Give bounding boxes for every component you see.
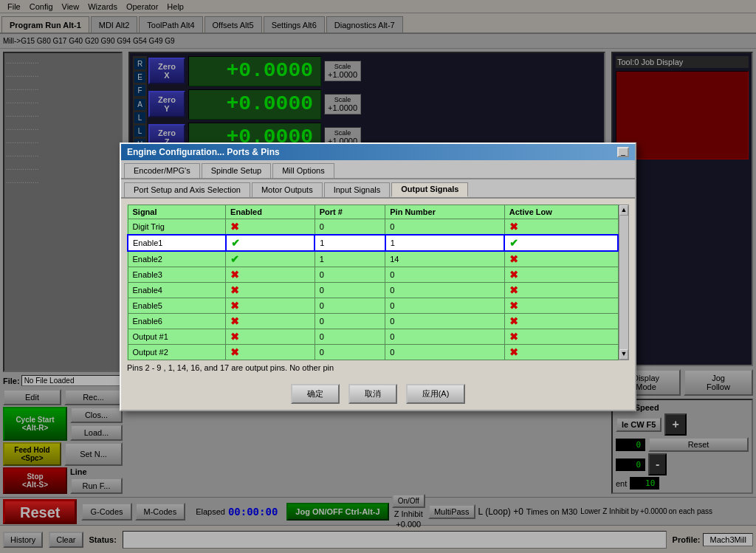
cancel-button[interactable]: 取消 bbox=[348, 384, 397, 404]
enabled-x-icon: ✖ bbox=[230, 221, 239, 233]
ok-button[interactable]: 确定 bbox=[291, 384, 340, 404]
col-port: Port # bbox=[315, 205, 385, 219]
cell-signal: Enable3 bbox=[128, 267, 226, 282]
cell-active-low: ✖ bbox=[504, 313, 618, 329]
col-signal: Signal bbox=[128, 205, 226, 219]
enabled-x-icon: ✖ bbox=[230, 269, 239, 281]
modal-content: Signal Enabled Port # Pin Number Active … bbox=[121, 199, 635, 378]
active-low-x-icon: ✖ bbox=[509, 269, 518, 281]
cell-pin: 0 bbox=[385, 344, 505, 360]
cell-port: 0 bbox=[315, 219, 385, 235]
cell-port: 0 bbox=[315, 298, 385, 313]
table-row[interactable]: Enable4 ✖ 0 0 ✖ bbox=[128, 282, 618, 298]
cell-enabled: ✖ bbox=[226, 298, 315, 313]
cell-port: 0 bbox=[315, 344, 385, 360]
modal-tab-spindle[interactable]: Spindle Setup bbox=[202, 163, 272, 178]
cell-signal: Enable5 bbox=[128, 298, 226, 313]
enabled-x-icon: ✖ bbox=[230, 284, 239, 296]
cell-pin: 0 bbox=[385, 219, 505, 235]
cell-pin: 0 bbox=[385, 313, 505, 329]
cell-pin: 1 bbox=[385, 235, 505, 251]
active-low-x-icon: ✖ bbox=[509, 346, 518, 358]
table-row[interactable]: Enable6 ✖ 0 0 ✖ bbox=[128, 313, 618, 329]
table-header-row: Signal Enabled Port # Pin Number Active … bbox=[128, 205, 618, 219]
enabled-check-icon: ✔ bbox=[230, 253, 239, 265]
table-body: Digit Trig ✖ 0 0 ✖ Enable1 ✔ 1 1 ✔ Enabl… bbox=[128, 219, 618, 360]
cell-signal: Enable4 bbox=[128, 282, 226, 298]
cell-signal: Output #1 bbox=[128, 329, 226, 344]
cell-active-low: ✖ bbox=[504, 267, 618, 282]
enabled-check-icon: ✔ bbox=[231, 237, 240, 249]
cell-enabled: ✖ bbox=[226, 282, 315, 298]
table-row[interactable]: Enable3 ✖ 0 0 ✖ bbox=[128, 267, 618, 282]
cell-pin: 0 bbox=[385, 329, 505, 344]
cell-pin: 14 bbox=[385, 251, 505, 267]
cell-enabled: ✖ bbox=[226, 344, 315, 360]
cell-port: 0 bbox=[315, 282, 385, 298]
cell-enabled: ✖ bbox=[226, 219, 315, 235]
cell-pin: 0 bbox=[385, 282, 505, 298]
scroll-down-button[interactable]: ▼ bbox=[619, 349, 628, 360]
cell-port: 1 bbox=[315, 235, 385, 251]
active-low-x-icon: ✖ bbox=[509, 221, 518, 233]
table-container: Signal Enabled Port # Pin Number Active … bbox=[127, 205, 629, 360]
modal-title: Engine Configuration... Ports & Pins bbox=[127, 147, 280, 157]
active-low-x-icon: ✖ bbox=[509, 315, 518, 327]
cell-enabled: ✖ bbox=[226, 267, 315, 282]
active-low-x-icon: ✖ bbox=[509, 331, 518, 343]
modal-tab-output[interactable]: Output Signals bbox=[391, 182, 468, 197]
table-row[interactable]: Enable5 ✖ 0 0 ✖ bbox=[128, 298, 618, 313]
table-row[interactable]: Enable2 ✔ 1 14 ✖ bbox=[128, 251, 618, 267]
cell-active-low: ✖ bbox=[504, 219, 618, 235]
cell-signal: Output #2 bbox=[128, 344, 226, 360]
modal-close-button[interactable]: _ bbox=[617, 147, 629, 157]
active-low-x-icon: ✖ bbox=[509, 284, 518, 296]
cell-port: 0 bbox=[315, 313, 385, 329]
cell-signal: Enable2 bbox=[128, 251, 226, 267]
cell-enabled: ✖ bbox=[226, 313, 315, 329]
modal-tab-port-setup[interactable]: Port Setup and Axis Selection bbox=[124, 182, 250, 197]
note-text: Pins 2 - 9 , 1, 14, 16, and 17 are outpu… bbox=[127, 363, 629, 372]
enabled-x-icon: ✖ bbox=[230, 300, 239, 312]
enabled-x-icon: ✖ bbox=[230, 346, 239, 358]
col-active-low: Active Low bbox=[504, 205, 618, 219]
cell-active-low: ✖ bbox=[504, 329, 618, 344]
active-low-x-icon: ✖ bbox=[509, 253, 518, 265]
table-scrollbar[interactable]: ▲ ▼ bbox=[619, 205, 629, 360]
table-row[interactable]: Digit Trig ✖ 0 0 ✖ bbox=[128, 219, 618, 235]
apply-button[interactable]: 应用(A) bbox=[406, 384, 466, 404]
signals-table: Signal Enabled Port # Pin Number Active … bbox=[127, 205, 619, 360]
cell-signal: Enable6 bbox=[128, 313, 226, 329]
modal-tabs-row1: Encoder/MPG's Spindle Setup Mill Options bbox=[121, 160, 635, 179]
modal-tab-input[interactable]: Input Signals bbox=[324, 182, 391, 197]
modal-tab-mill[interactable]: Mill Options bbox=[272, 163, 334, 178]
table-row[interactable]: Output #1 ✖ 0 0 ✖ bbox=[128, 329, 618, 344]
modal-overlay: Engine Configuration... Ports & Pins _ E… bbox=[0, 0, 756, 553]
cell-active-low: ✖ bbox=[504, 251, 618, 267]
enabled-x-icon: ✖ bbox=[230, 331, 239, 343]
modal-footer: 确定 取消 应用(A) bbox=[121, 378, 635, 410]
modal-tab-motor[interactable]: Motor Outputs bbox=[252, 182, 323, 197]
modal-tab-encoder[interactable]: Encoder/MPG's bbox=[124, 163, 200, 178]
enabled-x-icon: ✖ bbox=[230, 315, 239, 327]
cell-active-low: ✖ bbox=[504, 298, 618, 313]
active-low-x-icon: ✖ bbox=[509, 300, 518, 312]
cell-signal: Digit Trig bbox=[128, 219, 226, 235]
modal-tabs-row2: Port Setup and Axis Selection Motor Outp… bbox=[121, 179, 635, 199]
cell-port: 0 bbox=[315, 329, 385, 344]
cell-enabled: ✔ bbox=[226, 235, 315, 251]
cell-signal: Enable1 bbox=[128, 235, 226, 251]
modal-titlebar: Engine Configuration... Ports & Pins _ bbox=[121, 144, 635, 160]
scroll-up-button[interactable]: ▲ bbox=[619, 205, 628, 216]
table-row[interactable]: Enable1 ✔ 1 1 ✔ bbox=[128, 235, 618, 251]
cell-enabled: ✔ bbox=[226, 251, 315, 267]
table-row[interactable]: Output #2 ✖ 0 0 ✖ bbox=[128, 344, 618, 360]
engine-config-modal: Engine Configuration... Ports & Pins _ E… bbox=[120, 142, 636, 411]
cell-active-low: ✖ bbox=[504, 282, 618, 298]
active-low-check-icon: ✔ bbox=[509, 237, 518, 249]
scroll-track bbox=[619, 216, 628, 349]
cell-port: 1 bbox=[315, 251, 385, 267]
cell-active-low: ✔ bbox=[504, 235, 618, 251]
table-wrapper: Signal Enabled Port # Pin Number Active … bbox=[127, 205, 619, 360]
cell-enabled: ✖ bbox=[226, 329, 315, 344]
